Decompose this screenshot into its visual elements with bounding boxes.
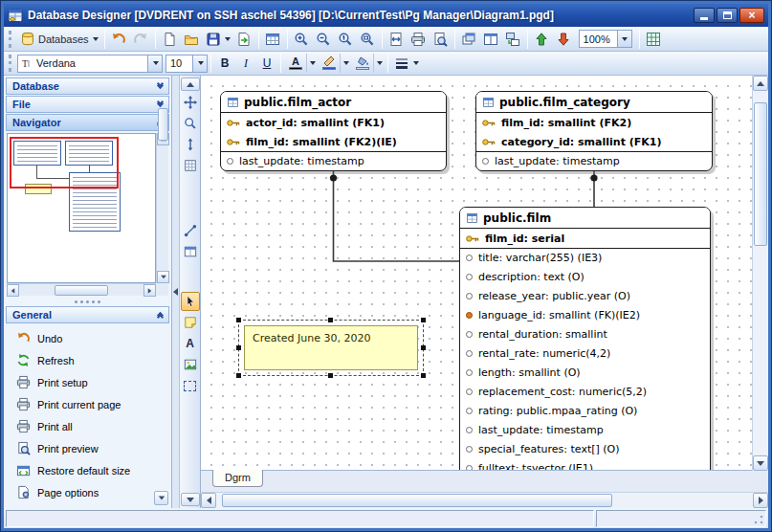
sidebar-section-navigator[interactable]: Navigator: [6, 114, 169, 131]
line-color-dropdown[interactable]: [340, 54, 350, 73]
column-row[interactable]: film_id: serial: [460, 229, 710, 248]
bring-to-front-button[interactable]: [531, 29, 553, 50]
menu-item-refresh[interactable]: Refresh: [7, 349, 168, 371]
menu-item-print-preview[interactable]: Print preview: [7, 437, 168, 459]
table-header[interactable]: public.film: [460, 208, 710, 229]
databases-button[interactable]: Databases: [17, 29, 101, 50]
resize-handle[interactable]: [236, 373, 241, 378]
scrollbar-thumb[interactable]: [222, 494, 612, 507]
print-preview-button[interactable]: [430, 29, 452, 50]
column-row[interactable]: rental_duration: smallint: [460, 324, 710, 344]
column-row[interactable]: special_features: text[] (O): [460, 439, 710, 458]
zoom-out-button[interactable]: [313, 29, 335, 50]
navigator-vscrollbar[interactable]: [156, 133, 168, 283]
menu-item-page-options[interactable]: Page options: [7, 481, 168, 503]
send-to-back-button[interactable]: [553, 29, 575, 50]
column-row[interactable]: film_id: smallint (FK2): [476, 113, 712, 132]
sidebar-scroll-down-button[interactable]: [154, 491, 168, 505]
scroll-down-button[interactable]: [753, 455, 768, 471]
zoom-in-button[interactable]: [291, 29, 313, 50]
column-row[interactable]: length: smallint (O): [460, 363, 710, 382]
underline-button[interactable]: U: [256, 54, 277, 73]
column-row[interactable]: last_update: timestamp: [460, 420, 710, 439]
sidebar-collapse-handle[interactable]: [172, 76, 180, 508]
fit-page-button[interactable]: [386, 29, 408, 50]
font-color-dropdown[interactable]: [306, 54, 317, 73]
font-combo-arrow[interactable]: [147, 55, 162, 72]
scrollbar-thumb[interactable]: [754, 102, 767, 246]
zoom-box-tool[interactable]: [181, 114, 200, 133]
resize-handle[interactable]: [328, 373, 333, 378]
scroll-left-button[interactable]: [201, 493, 216, 508]
column-row[interactable]: last_update: timestamp: [476, 151, 712, 170]
cascade-windows-button[interactable]: [458, 29, 480, 50]
maximize-button[interactable]: [717, 8, 738, 23]
scroll-left-button[interactable]: [7, 284, 19, 297]
column-row[interactable]: category_id: smallint (FK1): [476, 132, 712, 151]
label-tool[interactable]: A: [181, 334, 200, 353]
size-combo-arrow[interactable]: [192, 55, 207, 72]
note-tool[interactable]: [181, 313, 200, 332]
close-button[interactable]: ×: [739, 8, 764, 23]
diagram-canvas[interactable]: public.film_actor actor_id: smallint (FK…: [201, 76, 752, 471]
image-tool[interactable]: [181, 355, 200, 374]
pan-tool[interactable]: [181, 93, 200, 112]
resize-handle[interactable]: [421, 345, 426, 350]
arrange-objects-button[interactable]: [502, 29, 524, 50]
resize-handle[interactable]: [236, 345, 241, 350]
region-tool[interactable]: [181, 376, 200, 395]
new-diagram-button[interactable]: [159, 29, 181, 50]
fill-color-button[interactable]: [351, 53, 385, 74]
navigator-resize-handle[interactable]: [5, 298, 170, 305]
scroll-page-tool[interactable]: [181, 135, 200, 154]
menu-item-print-current-page[interactable]: Print current page: [7, 393, 168, 415]
italic-button[interactable]: I: [235, 54, 256, 73]
font-size-combo[interactable]: 10: [165, 55, 208, 73]
column-row[interactable]: fulltext: tsvector (IE1): [460, 458, 710, 471]
column-row[interactable]: last_update: timestamp: [221, 151, 446, 170]
open-diagram-button[interactable]: [181, 29, 203, 50]
tile-windows-button[interactable]: [480, 29, 502, 50]
table-public-film-actor[interactable]: public.film_actor actor_id: smallint (FK…: [220, 91, 447, 171]
column-row[interactable]: title: varchar(255) (IE3): [460, 248, 710, 267]
menu-item-print-setup[interactable]: Print setup: [7, 371, 168, 393]
menu-item-print-all[interactable]: Print all: [7, 415, 168, 437]
zoom-combo-arrow[interactable]: [617, 31, 631, 47]
canvas-hscrollbar[interactable]: [201, 492, 768, 508]
toolbar-grip[interactable]: [9, 55, 13, 72]
column-row[interactable]: release_year: public.year (O): [460, 286, 710, 305]
zoom-actual-button[interactable]: [335, 29, 357, 50]
palette-scroll-up-button[interactable]: [181, 78, 200, 91]
diagram-note[interactable]: Created June 30, 2020: [244, 325, 418, 370]
menu-item-restore-default-size[interactable]: Restore default size: [7, 459, 168, 481]
sidebar-section-file[interactable]: File: [6, 96, 169, 113]
scroll-right-button[interactable]: [143, 284, 156, 297]
select-tool[interactable]: [181, 292, 200, 311]
menu-item-undo[interactable]: Undo: [7, 327, 168, 349]
relation-tool[interactable]: [181, 221, 200, 240]
scrollbar-thumb[interactable]: [55, 285, 108, 296]
snap-grid-tool[interactable]: [181, 156, 200, 175]
navigator-hscrollbar[interactable]: [7, 283, 156, 296]
resize-handle[interactable]: [421, 318, 426, 322]
save-diagram-button[interactable]: [203, 29, 233, 50]
palette-scroll-down-button[interactable]: [181, 493, 200, 506]
table-public-film[interactable]: public.film film_id: serial title: varch…: [459, 207, 711, 471]
table-grid-button[interactable]: [262, 29, 284, 50]
column-row[interactable]: replacement_cost: numeric(5,2): [460, 382, 710, 401]
column-row[interactable]: actor_id: smallint (FK1): [221, 113, 446, 132]
scroll-right-button[interactable]: [753, 493, 768, 508]
font-name-combo[interactable]: T Verdana: [17, 55, 163, 73]
export-image-button[interactable]: [233, 29, 255, 50]
line-color-button[interactable]: [318, 53, 351, 74]
fill-color-dropdown[interactable]: [373, 54, 384, 73]
line-weight-button[interactable]: [391, 53, 422, 74]
resize-handle[interactable]: [328, 318, 333, 322]
sidebar-section-database[interactable]: Database: [6, 78, 169, 95]
sidebar-section-general[interactable]: General: [6, 306, 169, 323]
bold-button[interactable]: B: [214, 54, 235, 73]
print-button[interactable]: [408, 29, 430, 50]
table-header[interactable]: public.film_category: [476, 92, 712, 113]
column-row[interactable]: language_id: smallint (FK)(IE2): [460, 305, 710, 324]
redo-button[interactable]: [130, 29, 152, 50]
